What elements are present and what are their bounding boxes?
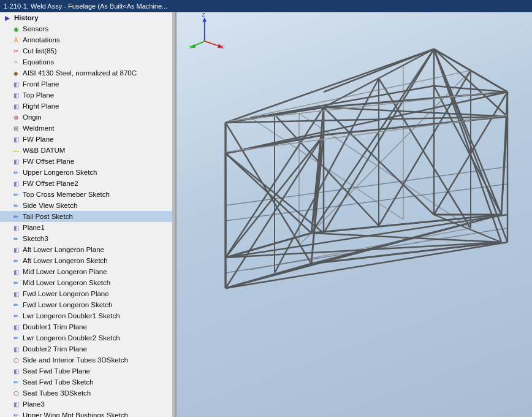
svg-marker-79 (202, 18, 207, 22)
tree-item-fwoffsetplane2[interactable]: ◧FW Offset Plane2 (0, 178, 175, 189)
tree-item-label: Tail Post Sketch (23, 213, 73, 220)
sensor-icon: ◉ (11, 24, 21, 34)
plane-icon: ◧ (11, 245, 21, 254)
tree-item-rightplane[interactable]: ◧Right Plane (0, 101, 175, 112)
svg-line-49 (501, 92, 507, 215)
sketch-icon: ✏ (11, 311, 21, 321)
tree-item-wbdatum[interactable]: —W&B DATUM (0, 145, 175, 156)
tree-item-tailpostsketch[interactable]: ✏Tail Post Sketch (0, 211, 175, 222)
tree-item-material[interactable]: ◆AISI 4130 Steel, normalized at 870C (0, 67, 175, 78)
tree-item-equations[interactable]: =Equations (0, 56, 175, 67)
tree-item-label: Front Plane (23, 80, 59, 88)
material-icon: ◆ (11, 68, 21, 78)
title-bar: 1-210-1, Weld Assy - Fuselage (As Built<… (0, 0, 532, 12)
tree-item-label: Mid Lower Longeron Sketch (23, 279, 110, 286)
tree-item-label: Top Cross Memeber Sketch (23, 191, 110, 198)
sketch-icon: ✏ (11, 278, 21, 288)
svg-line-31 (324, 107, 507, 117)
svg-line-81 (205, 41, 221, 47)
tree-item-sideviewsketch[interactable]: ✏Side View Sketch (0, 200, 175, 211)
tree-item-fwplane[interactable]: ◧FW Plane (0, 134, 175, 145)
origin-icon: ⊕ (11, 112, 21, 122)
tree-item-label: Upper Wing Mnt Bushings Sketch (23, 411, 128, 417)
weld-icon: ⊞ (11, 123, 21, 133)
plane-icon: ◧ (11, 399, 21, 409)
tree-item-topcrossmembersketch[interactable]: ✏Top Cross Memeber Sketch (0, 189, 175, 200)
sketch-icon: ✏ (11, 300, 21, 310)
tree-item-plane1[interactable]: ◧Plane1 (0, 222, 175, 233)
svg-line-50 (434, 86, 501, 215)
svg-line-5 (324, 92, 507, 107)
tree-item-label: Sensors (23, 25, 48, 33)
tree-item-label: Annotations (23, 36, 60, 44)
cut-icon: ✂ (11, 46, 21, 56)
3dsketch-icon: ⬡ (11, 355, 21, 365)
tree-item-annotations[interactable]: AAnnotations (0, 34, 175, 45)
sketch-icon: ✏ (11, 201, 21, 210)
tree-item-topplane[interactable]: ◧Top Plane (0, 90, 175, 101)
tree-item-sideinteriortubes3dsketch[interactable]: ⬡Side and Interior Tubes 3DSketch (0, 354, 175, 365)
resize-handle[interactable] (172, 12, 175, 417)
coordinate-triad: Z X Y (189, 12, 226, 49)
tree-item-label: Right Plane (23, 102, 59, 110)
tree-item-sketch3[interactable]: ✏Sketch3 (0, 233, 175, 244)
tree-item-label: Doubler1 Trim Plane (23, 323, 87, 331)
tree-item-seattubes3dsketch[interactable]: ⬡Seat Tubes 3DSketch (0, 388, 175, 399)
tree-item-label: Seat Fwd Tube Sketch (23, 378, 94, 386)
tree-item-doubler1trimplane[interactable]: ◧Doubler1 Trim Plane (0, 321, 175, 332)
sketch-icon: ✏ (11, 256, 21, 266)
svg-text:Y: Y (189, 44, 192, 49)
tree-item-seatfwdtubesketch[interactable]: ✏Seat Fwd Tube Sketch (0, 377, 175, 388)
tree-item-history[interactable]: ▶History (0, 12, 175, 23)
tree-item-aftlowerlongsketch[interactable]: ✏Aft Lower Longeron Sketch (0, 255, 175, 266)
sketch-icon: ✏ (11, 167, 21, 177)
tree-item-origin[interactable]: ⊕Origin (0, 112, 175, 123)
tree-item-cutlist[interactable]: ✂Cut list(85) (0, 45, 175, 56)
tree-item-doubler2trimplane[interactable]: ◧Doubler2 Trim Plane (0, 343, 175, 354)
tree-item-upperwingmntbushingssketch[interactable]: ✏Upper Wing Mnt Bushings Sketch (0, 410, 175, 417)
tree-item-aftlowerlongplane[interactable]: ◧Aft Lower Longeron Plane (0, 244, 175, 255)
3dsketch-icon: ⬡ (11, 388, 21, 398)
plane-icon: ◧ (11, 134, 21, 144)
viewport[interactable]: Z X Y · (177, 12, 532, 417)
plane-icon: ◧ (11, 223, 21, 232)
plane-icon: ◧ (11, 322, 21, 332)
tree-item-label: Fwd Lower Longeron Sketch (23, 301, 112, 308)
tree-item-midlowerlongplane[interactable]: ◧Mid Lower Longeron Plane (0, 266, 175, 277)
sketch-icon: ✏ (11, 189, 21, 199)
tree-item-lwrlongdoubler2sketch[interactable]: ✏Lwr Longeron Doubler2 Sketch (0, 332, 175, 343)
tree-item-label: Mid Lower Longeron Plane (23, 268, 107, 275)
sketch-icon: ✏ (11, 410, 21, 417)
viewport-marker: · (521, 21, 523, 29)
svg-line-75 (250, 117, 403, 220)
tree-item-label: Sketch3 (23, 235, 48, 242)
tree-item-label: Plane3 (23, 400, 45, 408)
tree-item-weldment[interactable]: ⊞Weldment (0, 123, 175, 134)
feature-tree[interactable]: ▶History◉SensorsAAnnotations✂Cut list(85… (0, 12, 177, 417)
tree-item-label: FW Offset Plane2 (23, 180, 78, 187)
tree-item-fwoffsetplane[interactable]: ◧FW Offset Plane (0, 156, 175, 167)
tree-item-label: Origin (23, 113, 42, 121)
tree-item-sensors[interactable]: ◉Sensors (0, 23, 175, 34)
sketch-icon: ✏ (11, 234, 21, 243)
tree-item-label: Doubler2 Trim Plane (23, 345, 87, 353)
svg-line-56 (226, 167, 507, 205)
svg-text:Z: Z (202, 12, 205, 18)
tree-item-label: FW Offset Plane (23, 158, 74, 165)
tree-item-seatfwdtubeplane[interactable]: ◧Seat Fwd Tube Plane (0, 365, 175, 377)
sketch-icon: ✏ (11, 333, 21, 343)
tree-item-midlowerlongsketch[interactable]: ✏Mid Lower Longeron Sketch (0, 277, 175, 288)
plane-icon: ◧ (11, 90, 21, 100)
tree-item-upperlongeronsketch[interactable]: ✏Upper Longeron Sketch (0, 167, 175, 178)
tree-item-fwdlowerlongsketch[interactable]: ✏Fwd Lower Longeron Sketch (0, 299, 175, 310)
tree-item-plane3[interactable]: ◧Plane3 (0, 399, 175, 410)
tree-item-fwdlowerlongplane[interactable]: ◧Fwd Lower Longeron Plane (0, 288, 175, 299)
tree-item-lwrlongdoubler1sketch[interactable]: ✏Lwr Longeron Doubler1 Sketch (0, 310, 175, 321)
plane-icon: ◧ (11, 178, 21, 188)
plane-icon: ◧ (11, 79, 21, 89)
eq-icon: = (11, 57, 21, 67)
tree-item-label: FW Plane (23, 136, 54, 143)
tree-item-frontplane[interactable]: ◧Front Plane (0, 78, 175, 90)
plane-icon: ◧ (11, 289, 21, 299)
svg-line-35 (311, 215, 501, 264)
